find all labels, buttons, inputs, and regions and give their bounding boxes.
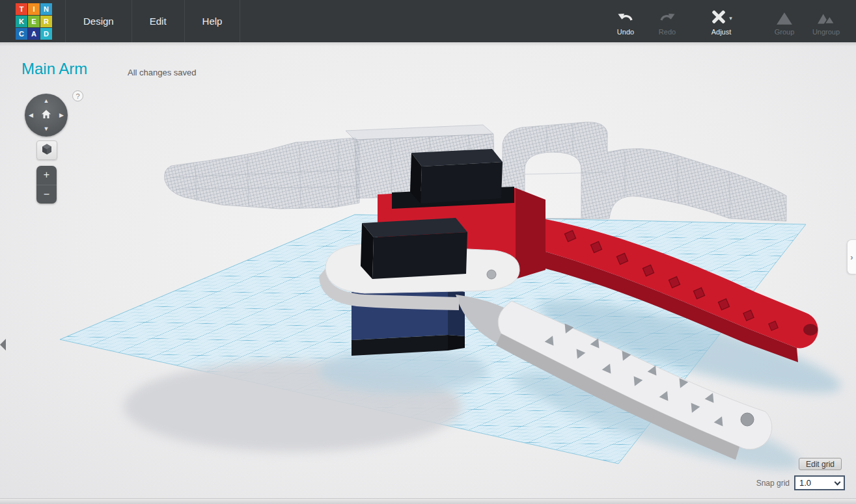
group-label: Group	[775, 28, 795, 36]
snap-grid-label: Snap grid	[756, 479, 790, 488]
home-icon	[41, 109, 51, 121]
adjust-button[interactable]: ▾ Adjust	[698, 7, 744, 36]
top-bar: T I N K E R C A D Design Edit Help Undo …	[0, 0, 856, 42]
orbit-left-arrow[interactable]: ◀	[29, 113, 33, 118]
action-toolbar: Undo Redo ▾ Adjust	[605, 0, 856, 42]
view-cube-button[interactable]	[36, 140, 57, 160]
white-arm-hole	[741, 413, 754, 426]
ungroup-button[interactable]: Ungroup	[805, 7, 847, 36]
left-collapse-arrow-icon[interactable]	[0, 339, 6, 351]
ungroup-label: Ungroup	[812, 28, 840, 36]
logo-letter: T	[16, 3, 27, 15]
redo-icon	[659, 9, 676, 27]
red-arm-hole	[803, 324, 818, 336]
chevron-down-icon	[835, 479, 841, 485]
crossed-tools-icon	[710, 8, 727, 28]
orbit-up-arrow[interactable]: ▲	[44, 98, 49, 104]
zoom-control: + −	[36, 166, 57, 204]
logo-letter: E	[28, 16, 40, 27]
logo-letter: N	[40, 3, 52, 15]
panel-toggle-tab[interactable]: ›	[847, 239, 856, 274]
edit-grid-button[interactable]: Edit grid	[799, 458, 842, 470]
black-box-lower[interactable]	[361, 218, 467, 279]
hole-object-left-arm[interactable]	[164, 138, 359, 209]
redo-label: Redo	[659, 28, 676, 36]
undo-icon	[617, 9, 634, 27]
ungroup-icon	[817, 9, 835, 27]
chevron-down-icon: ▾	[729, 15, 732, 21]
logo-letter: I	[28, 3, 40, 15]
question-icon: ?	[76, 92, 79, 100]
group-button[interactable]: Group	[764, 7, 805, 36]
orbit-right-arrow[interactable]: ▶	[59, 113, 64, 118]
group-icon	[776, 9, 793, 27]
orbit-down-arrow[interactable]: ▼	[44, 126, 49, 132]
zoom-in-button[interactable]: +	[36, 166, 57, 185]
home-view-button[interactable]	[41, 109, 51, 121]
design-title: Main Arm	[21, 60, 87, 78]
undo-label: Undo	[617, 28, 634, 36]
menu-design[interactable]: Design	[66, 0, 132, 42]
black-box-upper[interactable]	[410, 149, 503, 204]
save-status: All changes saved	[128, 68, 197, 77]
logo-letter: C	[16, 28, 27, 40]
white-plate-hole	[487, 270, 496, 279]
undo-button[interactable]: Undo	[605, 7, 646, 36]
scene-canvas[interactable]	[0, 42, 856, 504]
logo-letter: A	[28, 28, 40, 40]
bottom-edge-strip	[0, 498, 856, 504]
menu-help[interactable]: Help	[185, 0, 241, 42]
menu-edit[interactable]: Edit	[132, 0, 185, 42]
orbit-control[interactable]: ▲ ▼ ◀ ▶	[25, 94, 68, 137]
redo-button[interactable]: Redo	[646, 7, 688, 36]
cube-icon	[42, 144, 52, 157]
zoom-out-button[interactable]: −	[36, 185, 57, 204]
snap-grid-row: Snap grid 1.0	[756, 475, 845, 490]
logo-letter: K	[16, 16, 27, 27]
snap-grid-select[interactable]: 1.0	[794, 475, 845, 490]
tinkercad-logo[interactable]: T I N K E R C A D	[16, 3, 52, 40]
chevron-right-icon: ›	[850, 252, 853, 262]
snap-grid-value: 1.0	[799, 478, 811, 488]
logo-letter: R	[40, 16, 52, 27]
main-menu: Design Edit Help	[65, 0, 240, 42]
help-button[interactable]: ?	[72, 90, 83, 101]
logo-letter: D	[40, 28, 52, 40]
adjust-label: Adjust	[711, 28, 732, 36]
3d-viewport[interactable]: Main Arm All changes saved ▲ ▼ ◀ ▶ ? + −…	[0, 42, 856, 504]
